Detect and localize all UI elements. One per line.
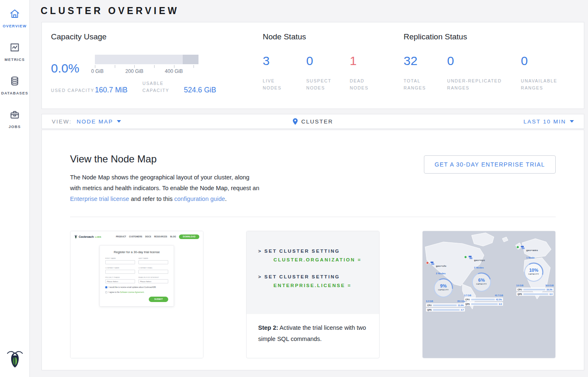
nav-customers: CUSTOMERS <box>129 236 142 238</box>
replication-status-title: Replication Status <box>404 32 575 41</box>
capacity-used: 3.2 GiB <box>426 300 433 302</box>
cpu-value: 42.5% <box>496 298 502 301</box>
qps-value: 4.7 <box>461 309 464 311</box>
total-ranges-value: 32 <box>404 55 447 67</box>
cpu-label: CPU <box>465 298 470 301</box>
time-range-dropdown[interactable]: LAST 10 MIN <box>523 118 574 125</box>
node-locality: geo=nyc <box>474 259 485 261</box>
sql-command-1: > SET CLUSTER SETTING <box>258 249 379 254</box>
last-name-input <box>138 260 168 264</box>
capacity-percent: 6% <box>471 271 492 283</box>
dead-nodes-label: DEAD NODES <box>350 77 382 92</box>
configuration-guide-link[interactable]: configuration guide <box>174 196 225 202</box>
qps-label: QPS <box>518 293 522 295</box>
suspect-nodes-label: SUSPECT NODES <box>306 77 339 92</box>
sidebar-item-jobs[interactable]: JOBS <box>9 109 21 129</box>
cluster-summary-card: Capacity Usage 0.0% 0 GiB 200 GiB <box>41 22 584 109</box>
capacity-used-percent: 0.0% <box>51 62 95 75</box>
replication-status-section: Replication Status 32 TOTAL RANGES 0 UND… <box>404 32 575 96</box>
view-toolbar: VIEW: NODE MAP CLUSTER LAST 10 MIN <box>41 114 584 129</box>
live-nodes-stat: 3 LIVE NODES <box>263 55 306 92</box>
view-selector-dropdown[interactable]: NODE MAP <box>77 118 121 125</box>
trial-registration-form: Register for a 30-day trial license FIRS… <box>99 245 174 307</box>
node-cluster-icon <box>520 245 525 250</box>
under-replicated-ranges-label: UNDER-REPLICATED RANGES <box>447 77 513 92</box>
last-name-label: LAST NAME <box>138 257 168 259</box>
sidebar-item-databases[interactable]: DATABASES <box>1 75 28 95</box>
cpu-value: 18.3% <box>547 288 552 291</box>
sql-setting-2: ENTERPRISE.LICENSE = <box>273 283 379 288</box>
page-title: CLUSTER OVERVIEW <box>41 5 584 17</box>
capacity-tick-400: 400 GiB <box>165 68 183 74</box>
node-status-section: Node Status 3 LIVE NODES 0 SUSPECT NODES… <box>263 32 404 96</box>
reason-for-interest-select: Please Select <box>138 279 168 283</box>
step2-caption: Step 2: Activate the trial license with … <box>247 314 379 353</box>
step3-caption: Step 3: Refer this configuration guide t… <box>423 358 555 358</box>
brand-suffix: LABS <box>95 236 101 238</box>
node-status-dot-live <box>516 246 519 249</box>
unavailable-ranges-stat: 0 UNAVAILABLE RANGES <box>521 55 575 92</box>
under-replicated-ranges-stat: 0 UNDER-REPLICATED RANGES <box>447 55 521 92</box>
sidebar-item-overview[interactable]: OVERVIEW <box>3 8 27 28</box>
company-name-input <box>105 270 135 274</box>
map-node-ams: geo=ams1 Node 10% CAPACITY 3.6 GiB36.6 G… <box>516 245 554 296</box>
chevron-down-icon <box>570 120 574 123</box>
enterprise-trial-license-link[interactable]: Enterprise trial license <box>70 196 129 202</box>
total-ranges-stat: 32 TOTAL RANGES <box>404 55 447 92</box>
description-text: . <box>225 196 227 202</box>
form-title: Register for a 30-day trial license <box>105 250 168 254</box>
used-capacity-value: 160.7 MiB <box>95 86 128 94</box>
cpu-sparkline <box>523 289 545 290</box>
capacity-usage-section: Capacity Usage 0.0% 0 GiB 200 GiB <box>51 32 263 96</box>
qps-sparkline <box>471 303 498 305</box>
metrics-icon <box>9 42 20 55</box>
project-phase-label: PROJECT PHASE <box>105 276 135 278</box>
cluster-breadcrumb: CLUSTER <box>293 118 333 125</box>
sidebar-item-metrics[interactable]: METRICS <box>5 42 25 62</box>
first-name-label: FIRST NAME <box>105 257 135 259</box>
description-text: The Node Map shows the geographical layo… <box>70 174 259 191</box>
total-ranges-label: TOTAL RANGES <box>404 77 436 92</box>
under-replicated-ranges-value: 0 <box>447 55 521 67</box>
dead-nodes-value: 1 <box>350 55 393 67</box>
sidebar-item-label: METRICS <box>5 58 25 62</box>
cluster-breadcrumb-label: CLUSTER <box>301 118 333 125</box>
first-name-input <box>105 260 135 264</box>
brand-text: Cockroach <box>79 235 94 238</box>
site-nav: PRODUCT CUSTOMERS DOCS RESOURCES BLOG DO… <box>116 234 199 239</box>
capacity-label: CAPACITY <box>471 283 492 285</box>
step1-caption: Step 1: Get a trial license delivered st… <box>70 358 203 358</box>
view-selector-value: NODE MAP <box>77 118 113 125</box>
used-capacity-label: USED CAPACITY <box>51 87 95 94</box>
capacity-bar-segment <box>183 55 198 64</box>
node-status-dot-dead <box>426 261 429 264</box>
enterprise-trial-button[interactable]: GET A 30-DAY ENTERPRISE TRIAL <box>424 155 556 174</box>
email-updates-checkbox <box>105 286 107 288</box>
view-label: VIEW: <box>52 118 72 125</box>
usable-capacity-value: 524.6 GiB <box>184 86 216 94</box>
qps-value: 4.4 <box>549 293 552 295</box>
jobs-icon <box>9 109 20 122</box>
step2-label: Step 2: <box>258 324 278 331</box>
cockroach-labs-logo: Cockroach LABS <box>74 234 101 239</box>
node-cluster-icon <box>430 261 435 266</box>
unavailable-ranges-label: UNAVAILABLE RANGES <box>521 77 566 92</box>
cockroachdb-logo <box>7 348 23 371</box>
databases-icon <box>9 75 20 88</box>
nav-product: PRODUCT <box>116 236 126 238</box>
sidebar-item-label: JOBS <box>9 125 21 129</box>
project-phase-select: Please Select <box>105 279 135 283</box>
node-count: 2 Nodes <box>436 272 445 275</box>
capacity-donut: 9% CAPACITY <box>433 277 454 299</box>
suspect-nodes-value: 0 <box>306 55 350 67</box>
live-nodes-label: LIVE NODES <box>263 77 295 92</box>
sidebar: OVERVIEW METRICS DATABASES <box>0 0 30 377</box>
sql-commands-preview: > SET CLUSTER SETTING CLUSTER.ORGANIZATI… <box>247 231 379 314</box>
nav-resources: RESOURCES <box>154 236 167 238</box>
capacity-usage-title: Capacity Usage <box>51 32 263 41</box>
capacity-percent: 10% <box>523 261 544 273</box>
location-pin-icon <box>293 118 298 125</box>
qps-label: QPS <box>465 303 470 305</box>
capacity-donut: 10% CAPACITY <box>523 261 544 283</box>
qps-label: QPS <box>427 309 432 311</box>
